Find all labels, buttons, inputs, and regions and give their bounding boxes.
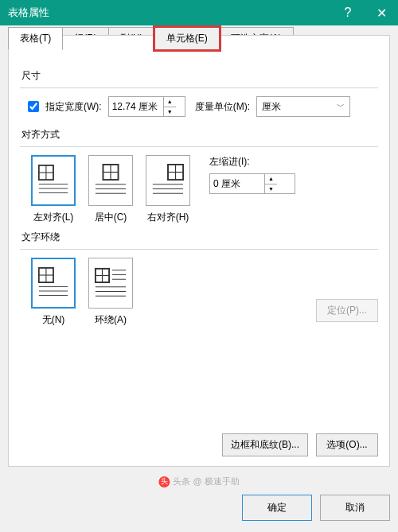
- align-right-icon: [151, 161, 185, 200]
- watermark: 头 头条 @ 极速手助: [158, 476, 239, 487]
- cancel-button[interactable]: 取消: [320, 495, 390, 521]
- wrap-around-icon: [94, 263, 127, 303]
- align-right-label: 右对齐(H): [147, 211, 189, 224]
- size-section-label: 尺寸: [21, 69, 378, 83]
- indent-group: 左缩进(I): ▲ ▼: [209, 155, 295, 194]
- align-right-option[interactable]: 右对齐(H): [146, 155, 190, 224]
- ok-button[interactable]: 确定: [242, 495, 312, 521]
- inner-buttons: 边框和底纹(B)... 选项(O)...: [222, 433, 378, 456]
- indent-spinner[interactable]: ▲ ▼: [209, 173, 295, 194]
- wrap-around-option[interactable]: 环绕(A): [88, 258, 133, 327]
- chevron-down-icon: ﹀: [337, 101, 345, 112]
- specify-width-checkbox[interactable]: [28, 101, 39, 112]
- unit-label: 度量单位(M):: [195, 100, 250, 114]
- indent-down-icon[interactable]: ▼: [265, 184, 277, 194]
- width-input[interactable]: [109, 97, 163, 116]
- tab-pane: 尺寸 指定宽度(W): ▲ ▼ 度量单位(M): 厘米 ﹀ 对齐方式: [8, 35, 390, 467]
- unit-select[interactable]: 厘米 ﹀: [256, 96, 350, 117]
- align-left-icon: [37, 161, 69, 200]
- indent-input[interactable]: [210, 174, 264, 193]
- wrap-section-label: 文字环绕: [21, 231, 378, 244]
- window-title: 表格属性: [8, 6, 331, 20]
- align-center-icon: [94, 161, 127, 200]
- help-button[interactable]: ?: [331, 0, 365, 25]
- align-options: 左对齐(L) 居中(C) 右对齐(H) 左缩进(I): ▲: [31, 155, 378, 224]
- size-row: 指定宽度(W): ▲ ▼ 度量单位(M): 厘米 ﹀: [28, 96, 377, 117]
- align-left-option[interactable]: 左对齐(L): [31, 155, 76, 224]
- width-down-icon[interactable]: ▼: [164, 107, 176, 117]
- title-bar: 表格属性 ? ✕: [0, 0, 398, 25]
- width-up-icon[interactable]: ▲: [164, 97, 176, 107]
- wrap-none-icon: [37, 263, 69, 303]
- options-button[interactable]: 选项(O)...: [316, 433, 378, 456]
- align-center-option[interactable]: 居中(C): [88, 155, 133, 224]
- footer-buttons: 确定 取消: [242, 495, 390, 521]
- divider: [20, 249, 378, 250]
- wrap-options: 无(N) 环绕(A) 定位(P)...: [31, 258, 378, 327]
- align-center-label: 居中(C): [95, 211, 127, 224]
- unit-value: 厘米: [262, 100, 281, 114]
- divider: [20, 87, 378, 88]
- tab-table[interactable]: 表格(T): [8, 27, 63, 50]
- close-button[interactable]: ✕: [365, 0, 398, 25]
- indent-label: 左缩进(I):: [209, 155, 295, 169]
- indent-up-icon[interactable]: ▲: [265, 174, 277, 184]
- width-spinner[interactable]: ▲ ▼: [108, 96, 185, 117]
- watermark-icon: 头: [158, 476, 170, 487]
- align-left-label: 左对齐(L): [33, 211, 74, 224]
- wrap-none-label: 无(N): [42, 313, 65, 327]
- divider: [20, 146, 378, 147]
- align-section-label: 对齐方式: [21, 128, 378, 142]
- position-button: 定位(P)...: [316, 299, 378, 322]
- wrap-none-option[interactable]: 无(N): [31, 258, 76, 327]
- specify-width-label: 指定宽度(W):: [45, 100, 102, 114]
- watermark-text: 头条 @ 极速手助: [173, 476, 239, 487]
- tab-cell[interactable]: 单元格(E): [154, 27, 220, 50]
- border-shading-button[interactable]: 边框和底纹(B)...: [222, 433, 308, 456]
- wrap-around-label: 环绕(A): [95, 313, 127, 327]
- dialog-body: 表格(T) 行(R) 列(U) 单元格(E) 可选文字(A) 尺寸 指定宽度(W…: [0, 25, 398, 532]
